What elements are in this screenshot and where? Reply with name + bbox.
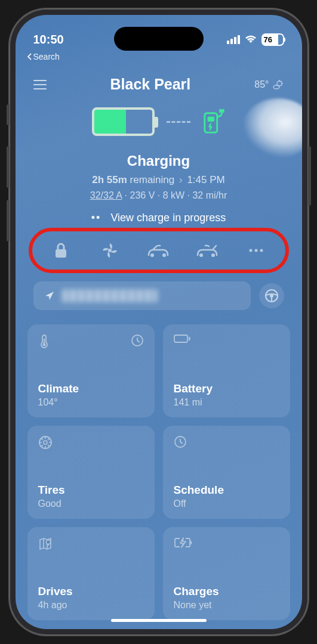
- remaining-time: 2h 55m: [92, 174, 127, 185]
- card-value: 4h ago: [38, 600, 144, 611]
- svg-point-11: [254, 249, 257, 252]
- frunk-button[interactable]: [146, 240, 170, 261]
- charging-power: 8 kW: [163, 190, 184, 200]
- climate-card[interactable]: Climate 104°: [27, 324, 155, 417]
- battery-level-icon: [92, 107, 155, 136]
- schedule-card[interactable]: Schedule Off: [163, 426, 290, 519]
- svg-rect-24: [190, 541, 192, 544]
- charging-battery-icon: [174, 537, 192, 549]
- card-value: 104°: [38, 397, 144, 408]
- svg-rect-2: [205, 113, 217, 132]
- wifi-icon: [245, 35, 257, 44]
- trunk-button[interactable]: [195, 240, 219, 261]
- more-icon: [248, 248, 264, 253]
- more-actions-button[interactable]: [244, 240, 268, 261]
- location-field[interactable]: [33, 281, 251, 310]
- card-title: Climate: [38, 382, 144, 395]
- charging-time-row[interactable]: 2h 55m remaining › 1:45 PM: [16, 174, 302, 186]
- view-charge-progress[interactable]: •• View charge in progress: [16, 212, 302, 224]
- svg-rect-4: [56, 249, 66, 258]
- charging-stats-row: 32/32 A · 236 V · 8 kW · 32 mi/hr: [16, 190, 302, 201]
- battery-indicator: 76: [261, 33, 284, 46]
- card-value: Off: [174, 499, 279, 509]
- pagination-dots: ••: [91, 212, 101, 224]
- card-title: Battery: [174, 382, 279, 395]
- frunk-icon: [147, 243, 170, 258]
- clock-icon: [131, 334, 144, 347]
- trunk-icon: [196, 243, 218, 258]
- quick-actions-row: [33, 235, 284, 266]
- drives-card[interactable]: Drives 4h ago: [27, 527, 155, 620]
- svg-point-15: [42, 343, 45, 346]
- card-value: None yet: [174, 600, 279, 611]
- dynamic-island: [114, 27, 204, 51]
- card-value: 141 mi: [174, 397, 279, 408]
- charging-volts: 236 V: [130, 190, 155, 200]
- climate-fan-button[interactable]: [98, 240, 122, 261]
- svg-rect-19: [189, 337, 190, 340]
- svg-point-23: [46, 540, 50, 544]
- svg-rect-3: [208, 116, 214, 122]
- home-indicator[interactable]: [111, 619, 207, 622]
- menu-icon[interactable]: [33, 80, 47, 89]
- charging-amps[interactable]: 32/32 A: [90, 190, 122, 200]
- status-time: 10:50: [33, 33, 64, 47]
- svg-point-6: [150, 253, 154, 257]
- svg-point-8: [199, 253, 203, 257]
- svg-point-10: [249, 249, 252, 252]
- map-pin-icon: [38, 537, 53, 551]
- connection-line: [167, 121, 190, 123]
- vehicle-name: Black Pearl: [110, 76, 190, 93]
- card-value: Good: [38, 499, 144, 509]
- navigate-icon: [44, 290, 55, 301]
- eta-time: 1:45 PM: [187, 174, 224, 185]
- battery-icon: [174, 334, 190, 343]
- back-search-link[interactable]: Search: [16, 51, 302, 61]
- svg-point-9: [211, 253, 215, 257]
- lock-icon: [53, 242, 69, 259]
- svg-rect-18: [174, 335, 187, 342]
- svg-point-7: [162, 253, 166, 257]
- app-screen: 10:50 76 Search Black Pearl 85°: [16, 15, 302, 629]
- weather-icon: [272, 79, 284, 91]
- back-search-label: Search: [33, 52, 60, 61]
- tires-card[interactable]: Tires Good: [27, 426, 155, 519]
- location-text-redacted: [62, 289, 158, 302]
- drive-button[interactable]: [259, 283, 284, 308]
- charges-card[interactable]: Charges None yet: [163, 527, 290, 620]
- card-title: Charges: [174, 585, 279, 598]
- charger-icon: [202, 109, 225, 135]
- steering-wheel-icon: [264, 289, 279, 303]
- weather-temp: 85°: [254, 79, 269, 90]
- battery-card[interactable]: Battery 141 mi: [163, 324, 290, 417]
- phone-frame: 10:50 76 Search Black Pearl 85°: [10, 9, 308, 635]
- svg-point-5: [108, 249, 112, 252]
- card-title: Tires: [38, 484, 144, 497]
- remaining-label: remaining: [130, 174, 175, 185]
- fan-icon: [101, 242, 119, 259]
- weather-widget[interactable]: 85°: [254, 79, 284, 91]
- card-title: Drives: [38, 585, 144, 598]
- cellular-icon: [227, 35, 240, 44]
- view-progress-label: View charge in progress: [110, 212, 226, 224]
- svg-point-1: [273, 85, 279, 89]
- lock-button[interactable]: [49, 240, 73, 261]
- svg-point-12: [260, 249, 263, 252]
- svg-point-21: [44, 441, 47, 444]
- thermometer-icon: [38, 334, 50, 348]
- charging-title: Charging: [16, 153, 302, 169]
- charging-rate: 32 mi/hr: [192, 190, 227, 200]
- clock-icon: [174, 435, 187, 448]
- card-title: Schedule: [174, 484, 279, 497]
- tire-icon: [38, 435, 53, 450]
